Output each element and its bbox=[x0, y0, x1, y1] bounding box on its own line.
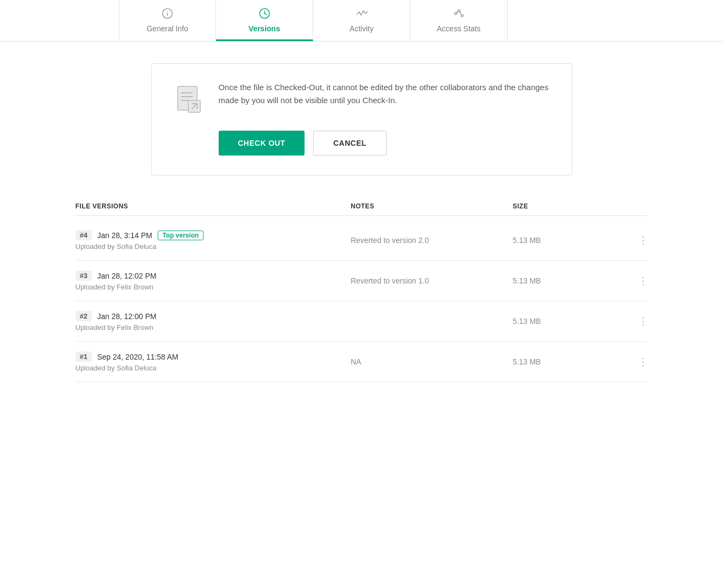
checkout-button[interactable]: CHECK OUT bbox=[219, 131, 305, 156]
tab-access-stats[interactable]: Access Stats bbox=[410, 0, 508, 41]
tabs-bar: General Info Versions Activity bbox=[0, 0, 723, 42]
svg-line-7 bbox=[457, 11, 458, 13]
version-info: #4 Jan 28, 3:14 PM Top version Uploaded … bbox=[76, 230, 351, 251]
table-row: #2 Jan 28, 12:00 PM Uploaded by Felix Br… bbox=[76, 301, 648, 342]
version-uploader: Uploaded by Sofia Deluca bbox=[76, 242, 351, 251]
version-menu-button[interactable]: ⋮ bbox=[621, 356, 648, 368]
version-size: 5.13 MB bbox=[513, 317, 621, 326]
version-date: Jan 28, 12:02 PM bbox=[97, 272, 157, 280]
tab-access-stats-label: Access Stats bbox=[437, 24, 481, 33]
version-info: #1 Sep 24, 2020, 11:58 AM Uploaded by So… bbox=[76, 352, 351, 372]
version-uploader: Uploaded by Sofia Deluca bbox=[76, 364, 351, 372]
top-version-badge: Top version bbox=[158, 231, 204, 240]
tab-general-info[interactable]: General Info bbox=[119, 0, 216, 41]
version-date: Sep 24, 2020, 11:58 AM bbox=[97, 353, 178, 361]
version-size: 5.13 MB bbox=[513, 236, 621, 245]
svg-point-6 bbox=[461, 15, 463, 17]
version-title-row: #1 Sep 24, 2020, 11:58 AM bbox=[76, 352, 351, 362]
version-date: Jan 28, 12:00 PM bbox=[97, 312, 157, 321]
version-number-badge: #4 bbox=[76, 230, 92, 240]
versions-table-header: FILE VERSIONS NOTES SIZE bbox=[76, 197, 648, 216]
version-date: Jan 28, 3:14 PM bbox=[97, 231, 152, 240]
version-uploader: Uploaded by Felix Brown bbox=[76, 323, 351, 332]
version-menu-button[interactable]: ⋮ bbox=[621, 315, 648, 327]
checkout-notice-content: Once the file is Checked-Out, it cannot … bbox=[173, 81, 550, 116]
tab-general-info-label: General Info bbox=[146, 24, 188, 33]
header-size: SIZE bbox=[513, 202, 621, 210]
access-stats-icon bbox=[453, 8, 465, 21]
version-info: #3 Jan 28, 12:02 PM Uploaded by Felix Br… bbox=[76, 271, 351, 291]
tab-activity[interactable]: Activity bbox=[313, 0, 410, 41]
tab-activity-label: Activity bbox=[349, 24, 373, 33]
table-row: #1 Sep 24, 2020, 11:58 AM Uploaded by So… bbox=[76, 342, 648, 382]
version-notes: Reverted to version 2.0 bbox=[351, 236, 513, 245]
version-uploader: Uploaded by Felix Brown bbox=[76, 283, 351, 291]
checkout-notice: Once the file is Checked-Out, it cannot … bbox=[151, 63, 572, 175]
version-notes: Reverted to version 1.0 bbox=[351, 276, 513, 285]
version-number-badge: #3 bbox=[76, 271, 92, 281]
checkout-file-icon bbox=[173, 83, 206, 116]
svg-line-8 bbox=[460, 11, 461, 15]
version-menu-button[interactable]: ⋮ bbox=[621, 234, 648, 246]
svg-point-2 bbox=[167, 11, 168, 12]
checkout-buttons: CHECK OUT CANCEL bbox=[219, 131, 387, 156]
version-title-row: #4 Jan 28, 3:14 PM Top version bbox=[76, 230, 351, 240]
table-row: #4 Jan 28, 3:14 PM Top version Uploaded … bbox=[76, 220, 648, 261]
header-actions bbox=[621, 202, 648, 210]
tab-versions[interactable]: Versions bbox=[216, 0, 313, 41]
general-info-icon bbox=[161, 8, 173, 21]
header-file-versions: FILE VERSIONS bbox=[76, 202, 351, 210]
header-notes: NOTES bbox=[351, 202, 513, 210]
versions-icon bbox=[259, 8, 271, 21]
tab-versions-label: Versions bbox=[248, 24, 280, 33]
version-title-row: #2 Jan 28, 12:00 PM bbox=[76, 311, 351, 321]
version-size: 5.13 MB bbox=[513, 276, 621, 285]
version-number-badge: #2 bbox=[76, 311, 92, 321]
version-notes: NA bbox=[351, 357, 513, 366]
activity-icon bbox=[356, 8, 368, 21]
file-versions-section: FILE VERSIONS NOTES SIZE #4 Jan 28, 3:14… bbox=[65, 197, 659, 382]
checkout-description: Once the file is Checked-Out, it cannot … bbox=[219, 81, 550, 107]
version-number-badge: #1 bbox=[76, 352, 92, 362]
version-size: 5.13 MB bbox=[513, 357, 621, 366]
version-title-row: #3 Jan 28, 12:02 PM bbox=[76, 271, 351, 281]
cancel-button[interactable]: CANCEL bbox=[313, 131, 386, 156]
table-row: #3 Jan 28, 12:02 PM Uploaded by Felix Br… bbox=[76, 261, 648, 301]
version-menu-button[interactable]: ⋮ bbox=[621, 275, 648, 287]
version-info: #2 Jan 28, 12:00 PM Uploaded by Felix Br… bbox=[76, 311, 351, 332]
